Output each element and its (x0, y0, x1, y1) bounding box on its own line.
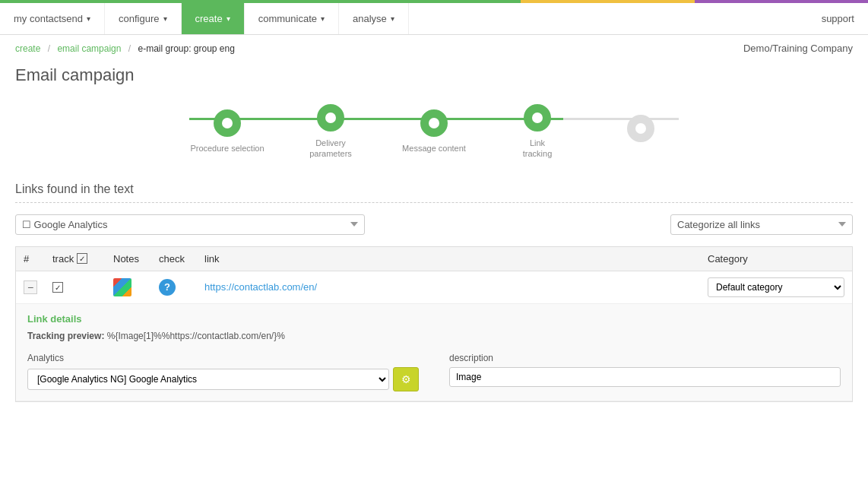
th-track: track ✓ (45, 247, 106, 271)
caret-icon: ▾ (227, 14, 230, 23)
wizard-step-delivery: Deliveryparameters (279, 104, 382, 160)
row-notes-cell (106, 271, 151, 303)
dropdowns-row: ☐ Google Analytics Categorize all links (0, 214, 868, 246)
tracking-preview-value: %{Image[1]%%https://contactlab.com/en/}% (107, 331, 285, 341)
wizard-step-message: Message content (382, 109, 486, 154)
page-title: Email campaign (0, 62, 868, 97)
notes-icon[interactable] (113, 278, 131, 296)
links-table-container: # track ✓ Notes check link Category − (15, 246, 853, 402)
expanded-details-row: Link details Tracking preview: %{Image[1… (16, 303, 852, 401)
analytics-section: Analytics [Google Analytics NG] Google A… (27, 353, 419, 391)
breadcrumb-email-campaign-link[interactable]: email campaign (57, 43, 121, 54)
th-notes: Notes (106, 247, 151, 271)
section-divider (15, 202, 853, 203)
th-check: check (151, 247, 197, 271)
minus-icon: − (27, 281, 33, 293)
top-nav: my contactsend ▾ configure ▾ create ▾ co… (0, 3, 868, 35)
row-expand-cell: − (16, 271, 45, 303)
wizard-label-procedure: Procedure selection (190, 143, 264, 154)
gear-icon: ⚙ (401, 373, 411, 385)
row-track-checkbox[interactable]: ✓ (52, 282, 63, 293)
description-section: description (449, 353, 841, 387)
description-label: description (449, 353, 841, 363)
expand-button[interactable]: − (24, 280, 37, 294)
description-input[interactable] (449, 367, 841, 387)
check-circle-icon[interactable]: ? (159, 279, 176, 296)
wizard-dot-delivery (317, 104, 344, 132)
caret-icon: ▾ (391, 14, 394, 23)
link-details-title: Link details (27, 313, 841, 325)
wizard-step-procedure: Procedure selection (176, 109, 279, 154)
wizard-dot-inner (325, 112, 336, 123)
row-category-select[interactable]: Default category (708, 277, 844, 297)
tracking-preview-label: Tracking preview: (27, 331, 104, 341)
nav-item-my-contactsend[interactable]: my contactsend ▾ (0, 3, 105, 34)
expanded-details-cell: Link details Tracking preview: %{Image[1… (16, 303, 852, 401)
analytics-select[interactable]: [Google Analytics NG] Google Analytics (27, 369, 389, 390)
breadcrumb-sep2: / (128, 43, 131, 54)
analytics-gear-button[interactable]: ⚙ (393, 367, 419, 391)
categorize-links-dropdown[interactable]: Categorize all links (670, 214, 853, 235)
details-bottom: Analytics [Google Analytics NG] Google A… (27, 353, 841, 391)
links-table: # track ✓ Notes check link Category − (16, 247, 852, 401)
nav-item-analyse[interactable]: analyse ▾ (339, 3, 409, 34)
row-track-cell: ✓ (45, 271, 106, 303)
nav-item-create[interactable]: create ▾ (182, 3, 245, 34)
track-all-checkbox[interactable]: ✓ (77, 253, 87, 264)
table-row: − ✓ ? https://contactlab.com/en/ (16, 271, 852, 303)
nav-item-configure[interactable]: configure ▾ (105, 3, 181, 34)
breadcrumb: create / email campaign / e-mail group: … (0, 35, 868, 62)
caret-icon: ▾ (321, 14, 325, 23)
table-header-row: # track ✓ Notes check link Category (16, 247, 852, 271)
wizard-step-5 (589, 115, 692, 148)
row-category-cell: Default category (700, 271, 852, 303)
breadcrumb-create-link[interactable]: create (15, 43, 40, 54)
th-category: Category (700, 247, 852, 271)
wizard-step-link-tracking: Linktracking (486, 104, 589, 160)
row-check-cell: ? (151, 271, 197, 303)
wizard-dot-procedure (214, 109, 241, 137)
wizard-steps: Procedure selection Deliveryparameters M… (176, 104, 692, 160)
wizard-dot-5 (627, 115, 654, 142)
wizard-dot-inner (222, 118, 233, 128)
row-link-cell: https://contactlab.com/en/ (197, 271, 700, 303)
breadcrumb-current: e-mail group: group eng (138, 43, 234, 54)
wizard-dot-inner (532, 112, 543, 123)
nav-item-communicate[interactable]: communicate ▾ (245, 3, 339, 34)
google-analytics-dropdown[interactable]: ☐ Google Analytics (15, 214, 365, 235)
wizard-container: Procedure selection Deliveryparameters M… (0, 97, 868, 175)
wizard-label-message: Message content (402, 143, 466, 154)
th-hash: # (16, 247, 45, 271)
wizard-dot-inner-5 (635, 123, 646, 134)
wizard-dot-inner (429, 118, 439, 128)
row-link-url[interactable]: https://contactlab.com/en/ (204, 281, 317, 293)
tracking-preview: Tracking preview: %{Image[1]%%https://co… (27, 331, 841, 341)
breadcrumb-sep1: / (48, 43, 50, 54)
company-name: Demo/Training Company (743, 43, 853, 54)
caret-icon: ▾ (163, 14, 167, 23)
wizard-dot-link-tracking (524, 104, 551, 132)
wizard-label-link-tracking: Linktracking (523, 138, 553, 160)
caret-icon: ▾ (87, 14, 90, 23)
analytics-label: Analytics (27, 353, 419, 363)
analytics-input-row: [Google Analytics NG] Google Analytics ⚙ (27, 367, 419, 391)
section-title: Links found in the text (0, 175, 868, 202)
wizard-label-delivery: Deliveryparameters (309, 138, 352, 160)
nav-support[interactable]: support (808, 3, 868, 34)
th-link: link (197, 247, 700, 271)
wizard-dot-message (420, 109, 448, 137)
